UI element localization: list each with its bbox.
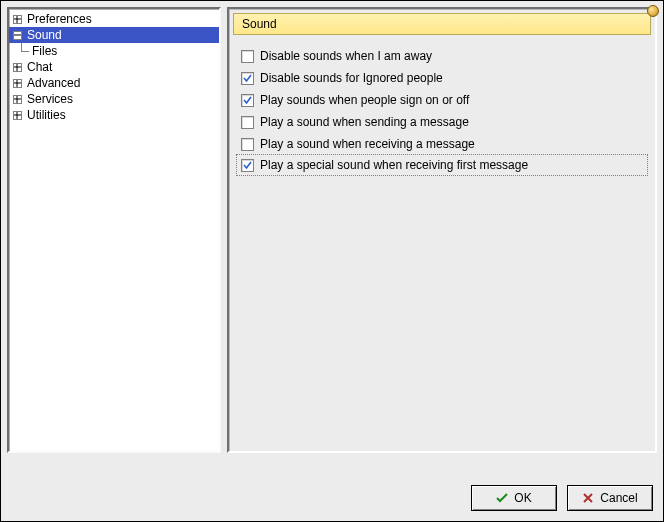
tree-item-preferences[interactable]: Preferences <box>9 11 219 27</box>
expand-icon[interactable] <box>13 95 22 104</box>
tree-item-label: Files <box>31 44 57 58</box>
cancel-button-label: Cancel <box>600 491 637 505</box>
cancel-button[interactable]: Cancel <box>567 485 653 511</box>
tree-item-label: Utilities <box>26 108 66 122</box>
category-tree[interactable]: PreferencesSoundFilesChatAdvancedService… <box>7 7 221 453</box>
checkbox[interactable] <box>241 50 254 63</box>
tree-item-utilities[interactable]: Utilities <box>9 107 219 123</box>
tree-item-label: Sound <box>26 28 62 42</box>
expand-icon[interactable] <box>13 111 22 120</box>
settings-panel: Sound Disable sounds when I am awayDisab… <box>227 7 657 453</box>
option-label: Play sounds when people sign on or off <box>260 93 469 107</box>
tree-item-files[interactable]: Files <box>9 43 219 59</box>
expand-icon[interactable] <box>13 15 22 24</box>
option-row[interactable]: Play a special sound when receiving firs… <box>236 154 648 176</box>
checkbox[interactable] <box>241 159 254 172</box>
tree-item-advanced[interactable]: Advanced <box>9 75 219 91</box>
tree-item-label: Services <box>26 92 73 106</box>
dialog-content: PreferencesSoundFilesChatAdvancedService… <box>7 7 657 453</box>
checkbox[interactable] <box>241 138 254 151</box>
option-row[interactable]: Disable sounds for Ignored people <box>237 67 647 89</box>
option-row[interactable]: Play a sound when receiving a message <box>237 133 647 155</box>
tree-item-label: Advanced <box>26 76 80 90</box>
dialog-buttons: OK Cancel <box>471 485 653 511</box>
option-label: Play a sound when sending a message <box>260 115 469 129</box>
option-label: Disable sounds when I am away <box>260 49 432 63</box>
tree-item-chat[interactable]: Chat <box>9 59 219 75</box>
tree-item-label: Preferences <box>26 12 92 26</box>
panel-title-text: Sound <box>242 17 277 31</box>
close-icon[interactable] <box>647 5 659 17</box>
option-label: Play a sound when receiving a message <box>260 137 475 151</box>
x-icon <box>582 492 594 504</box>
option-label: Play a special sound when receiving firs… <box>260 158 528 172</box>
ok-button[interactable]: OK <box>471 485 557 511</box>
checkbox[interactable] <box>241 116 254 129</box>
tree-branch-icon <box>13 43 31 59</box>
tree-item-label: Chat <box>26 60 52 74</box>
expand-icon[interactable] <box>13 63 22 72</box>
option-row[interactable]: Play a sound when sending a message <box>237 111 647 133</box>
tree-item-sound[interactable]: Sound <box>9 27 219 43</box>
ok-button-label: OK <box>514 491 531 505</box>
collapse-icon[interactable] <box>13 31 22 40</box>
option-row[interactable]: Play sounds when people sign on or off <box>237 89 647 111</box>
checkbox[interactable] <box>241 72 254 85</box>
option-label: Disable sounds for Ignored people <box>260 71 443 85</box>
checkbox[interactable] <box>241 94 254 107</box>
options-list: Disable sounds when I am awayDisable sou… <box>233 35 651 176</box>
preferences-dialog: PreferencesSoundFilesChatAdvancedService… <box>0 0 664 522</box>
expand-icon[interactable] <box>13 79 22 88</box>
panel-title: Sound <box>233 13 651 35</box>
tree-item-services[interactable]: Services <box>9 91 219 107</box>
check-icon <box>496 492 508 504</box>
option-row[interactable]: Disable sounds when I am away <box>237 45 647 67</box>
